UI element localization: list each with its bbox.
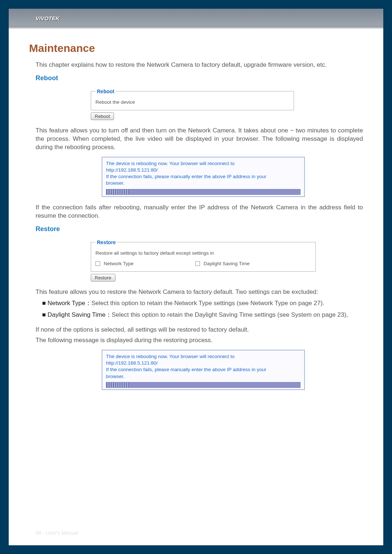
msg-line: http://192.168.5.121:80/ xyxy=(106,360,301,366)
reboot-para-2: If the connection fails after rebooting,… xyxy=(29,204,363,220)
page-number: 68 xyxy=(36,530,41,536)
msg-line: browser. xyxy=(106,180,301,186)
footer-label: User's Manual xyxy=(46,530,78,536)
page-title: Maintenance xyxy=(29,42,363,54)
reboot-message-box: The device is rebooting now. Your browse… xyxy=(102,157,305,197)
msg-line: If the connection fails, please manually… xyxy=(106,173,301,180)
content-area: Maintenance This chapter explains how to… xyxy=(9,28,383,390)
progress-fill xyxy=(106,189,129,194)
network-type-option[interactable]: Network Type xyxy=(95,261,134,266)
progress-bar xyxy=(106,189,301,195)
restore-message-box: The device is rebooting now. Your browse… xyxy=(102,350,305,390)
progress-bar xyxy=(106,382,301,388)
restore-para-1: This feature allows you to restore the N… xyxy=(29,288,363,296)
reboot-button[interactable]: Reboot xyxy=(91,112,114,120)
document-page: VIVOTEK Maintenance This chapter explain… xyxy=(9,9,383,545)
bullet-daylight-saving: ■ Daylight Saving Time：Select this optio… xyxy=(29,311,363,319)
bullet-lead: ■ Daylight Saving Time： xyxy=(42,311,112,318)
reboot-fieldset-text: Reboot the device xyxy=(95,99,289,105)
msg-line: The device is rebooting now. Your browse… xyxy=(106,353,301,360)
bullet-text: Select this option to retain the Network… xyxy=(91,300,324,307)
msg-line: If the connection fails, please manually… xyxy=(106,366,301,373)
msg-line: http://192.168.5.121:80/ xyxy=(106,167,301,173)
bullet-network-type: ■ Network Type：Select this option to ret… xyxy=(29,299,363,308)
restore-button[interactable]: Restore xyxy=(91,274,115,282)
daylight-saving-option[interactable]: Daylight Saving Time xyxy=(195,261,250,266)
reboot-heading: Reboot xyxy=(29,74,363,82)
restore-heading: Restore xyxy=(29,225,363,233)
msg-line: browser. xyxy=(106,373,301,380)
checkbox-icon[interactable] xyxy=(95,261,100,266)
option-label: Network Type xyxy=(104,261,134,266)
restore-legend: Restore xyxy=(95,239,117,245)
reboot-legend: Reboot xyxy=(95,89,116,94)
option-label: Daylight Saving Time xyxy=(204,261,250,266)
reboot-para-1: This feature allows you to turn off and … xyxy=(29,127,363,152)
reboot-fieldset: Reboot Reboot the device xyxy=(91,89,294,110)
checkbox-icon[interactable] xyxy=(195,261,200,266)
brand-header: VIVOTEK xyxy=(9,9,383,26)
footer-sep: - xyxy=(41,530,46,536)
intro-paragraph: This chapter explains how to restore the… xyxy=(29,61,363,69)
restore-fieldset: Restore Restore all settings to factory … xyxy=(91,239,316,272)
bullet-lead: ■ Network Type： xyxy=(42,300,91,307)
restore-para-2: If none of the options is selected, all … xyxy=(29,326,363,334)
msg-line: The device is rebooting now. Your browse… xyxy=(106,160,301,167)
progress-fill xyxy=(106,382,129,387)
bullet-text: Select this option to retain the Dayligh… xyxy=(112,311,348,318)
restore-fieldset-text: Restore all settings to factory default … xyxy=(95,250,311,256)
restore-para-3: The following message is displayed durin… xyxy=(29,336,363,345)
page-footer: 68 - User's Manual xyxy=(36,530,78,536)
